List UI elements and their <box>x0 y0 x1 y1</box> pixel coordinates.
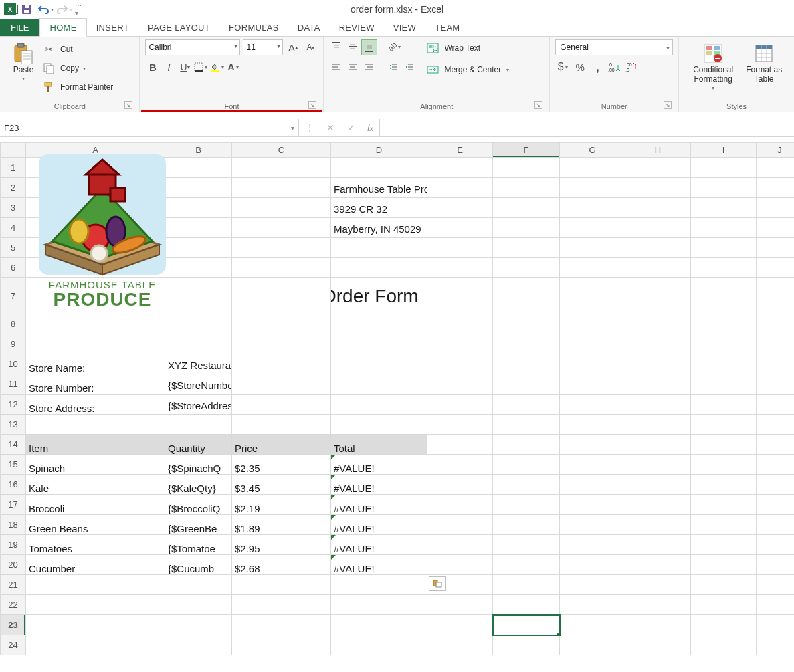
number-format-select[interactable]: General <box>555 39 673 55</box>
cell-D17[interactable]: #VALUE! <box>331 495 427 515</box>
cell-D2[interactable]: Farmhouse Table Produce <box>331 178 427 198</box>
cell-B17[interactable]: {$BroccoliQ <box>165 495 232 515</box>
cell-A14[interactable]: Item <box>26 435 165 455</box>
cell-D7[interactable]: Order Form <box>331 278 427 314</box>
row-9[interactable]: 9 <box>1 334 26 354</box>
cell-C14[interactable]: Price <box>232 435 331 455</box>
number-launcher[interactable]: ↘ <box>664 101 672 109</box>
row-15[interactable]: 15 <box>1 455 26 475</box>
tab-insert[interactable]: INSERT <box>87 19 138 36</box>
row-21[interactable]: 21 <box>1 575 26 595</box>
cell-C16[interactable]: $3.45 <box>232 475 331 495</box>
row-18[interactable]: 18 <box>1 515 26 535</box>
col-B[interactable]: B <box>165 143 232 158</box>
cell-B11[interactable]: {$StoreNumber} <box>165 374 232 395</box>
cell-B18[interactable]: {$GreenBe <box>165 515 232 535</box>
paste-options-icon[interactable] <box>429 576 446 591</box>
row-12[interactable]: 12 <box>1 395 26 415</box>
col-F[interactable]: F <box>493 143 560 158</box>
borders-button[interactable] <box>193 60 208 74</box>
row-7[interactable]: 7 <box>1 278 26 314</box>
row-11[interactable]: 11 <box>1 374 26 395</box>
worksheet-grid[interactable]: A B C D E F G H I J 1 2Farmhouse Table P… <box>0 142 794 655</box>
cell-A18[interactable]: Green Beans <box>26 515 165 535</box>
align-right-button[interactable] <box>361 60 376 74</box>
merge-center-button[interactable]: Merge & Center ▾ <box>425 61 509 78</box>
orientation-button[interactable]: ab <box>387 39 401 54</box>
cell-D4[interactable]: Mayberry, IN 45029 <box>331 218 427 238</box>
col-D[interactable]: D <box>331 143 427 158</box>
cell-C15[interactable]: $2.35 <box>232 455 331 475</box>
cell-D20[interactable]: #VALUE! <box>331 555 427 575</box>
cell-D14[interactable]: Total <box>331 435 427 455</box>
cell-B10[interactable]: XYZ Restaurant <box>165 354 232 374</box>
row-5[interactable]: 5 <box>1 238 26 258</box>
col-I[interactable]: I <box>691 143 757 158</box>
align-bottom-button[interactable] <box>361 39 377 55</box>
column-headers[interactable]: A B C D E F G H I J <box>1 143 795 158</box>
select-all-button[interactable] <box>1 143 26 158</box>
clipboard-launcher[interactable]: ↘ <box>124 101 132 109</box>
name-box[interactable]: F23 <box>0 119 299 136</box>
cell-C20[interactable]: $2.68 <box>232 555 331 575</box>
row-3[interactable]: 3 <box>1 198 26 218</box>
row-6[interactable]: 6 <box>1 258 26 278</box>
tab-data[interactable]: DATA <box>288 19 330 36</box>
row-1[interactable]: 1 <box>1 158 26 178</box>
cut-button[interactable]: ✂ Cut <box>41 41 113 58</box>
cell-B12[interactable]: {$StoreAddress} <box>165 395 232 415</box>
fx-icon[interactable]: fx <box>367 122 373 133</box>
qat-customize[interactable]: ⋯▾ <box>75 2 84 17</box>
font-color-button[interactable]: A <box>225 60 240 74</box>
col-A[interactable]: A <box>26 143 165 158</box>
format-as-table-button[interactable]: Format as Table <box>742 39 786 84</box>
save-button[interactable] <box>19 2 35 17</box>
tab-page-layout[interactable]: PAGE LAYOUT <box>138 19 219 36</box>
align-left-button[interactable] <box>329 60 344 74</box>
cell-D15[interactable]: #VALUE! <box>331 455 427 475</box>
comma-format-button[interactable]: , <box>590 60 605 74</box>
format-painter-button[interactable]: Format Painter <box>41 78 113 96</box>
align-middle-button[interactable] <box>345 39 360 54</box>
decrease-indent-button[interactable] <box>385 60 400 74</box>
col-G[interactable]: G <box>560 143 625 158</box>
underline-button[interactable]: U▾ <box>177 60 192 74</box>
row-4[interactable]: 4 <box>1 218 26 238</box>
cell-A19[interactable]: Tomatoes <box>26 535 165 555</box>
cell-D18[interactable]: #VALUE! <box>331 515 427 535</box>
col-E[interactable]: E <box>427 143 493 158</box>
cell-A15[interactable]: Spinach <box>26 455 165 475</box>
tab-review[interactable]: REVIEW <box>330 19 384 36</box>
cell-B20[interactable]: {$Cucumb <box>165 555 232 575</box>
cell-C19[interactable]: $2.95 <box>232 535 331 555</box>
enter-formula-button[interactable]: ✓ <box>347 122 355 133</box>
bold-button[interactable]: B <box>145 60 160 74</box>
cell-D3[interactable]: 3929 CR 32 <box>331 198 427 218</box>
italic-button[interactable]: I <box>161 60 176 74</box>
tab-view[interactable]: VIEW <box>384 19 425 36</box>
undo-button[interactable]: ▾ <box>37 2 54 17</box>
formula-input[interactable] <box>380 119 794 136</box>
col-J[interactable]: J <box>757 143 795 158</box>
font-name-select[interactable]: Calibri <box>145 39 240 55</box>
row-2[interactable]: 2 <box>1 178 26 198</box>
cell-A11[interactable]: Store Number: <box>26 374 165 395</box>
cell-B15[interactable]: {$SpinachQ <box>165 455 232 475</box>
row-10[interactable]: 10 <box>1 354 26 374</box>
decrease-decimal-button[interactable]: .00.0 <box>625 60 639 74</box>
redo-button[interactable]: ▾ <box>56 2 72 17</box>
tab-team[interactable]: TEAM <box>425 19 469 36</box>
wrap-text-button[interactable]: ab Wrap Text <box>425 39 509 57</box>
align-center-button[interactable] <box>345 60 360 74</box>
cell-D16[interactable]: #VALUE! <box>331 475 427 495</box>
cell-C18[interactable]: $1.89 <box>232 515 331 535</box>
cell-A17[interactable]: Broccoli <box>26 495 165 515</box>
font-size-select[interactable]: 11 <box>243 39 283 55</box>
cancel-formula-button[interactable]: ✕ <box>326 122 334 133</box>
row-19[interactable]: 19 <box>1 535 26 555</box>
grow-font-button[interactable]: A▴ <box>286 40 300 55</box>
row-14[interactable]: 14 <box>1 435 26 455</box>
cell-F23[interactable] <box>493 615 560 635</box>
cell-A20[interactable]: Cucumber <box>26 555 165 575</box>
increase-indent-button[interactable] <box>401 60 416 74</box>
